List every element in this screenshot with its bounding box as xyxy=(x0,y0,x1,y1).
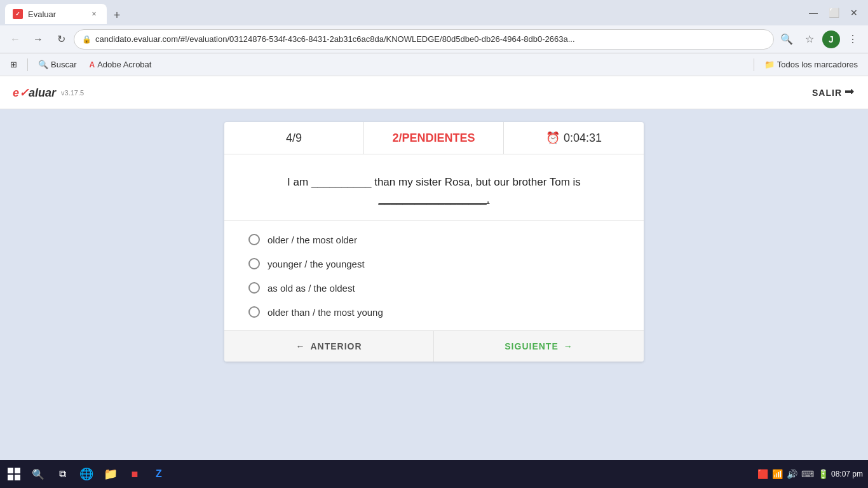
app-version: v3.17.5 xyxy=(61,89,84,97)
acrobat-label: Adobe Acrobat xyxy=(97,60,151,69)
network-icon[interactable]: 📶 xyxy=(772,469,783,479)
question-area: I am __________ than my sister Rosa, but… xyxy=(224,154,644,221)
new-tab-button[interactable]: + xyxy=(108,6,126,24)
bookmarks-bar: ⊞ 🔍 Buscar A Adobe Acrobat 📁 Todos los m… xyxy=(0,53,868,76)
radio-button-4[interactable] xyxy=(248,306,260,318)
tab-title: Evaluar xyxy=(28,10,84,19)
chrome-taskbar[interactable]: 🌐 xyxy=(75,463,98,485)
question-text: I am __________ than my sister Rosa, but… xyxy=(250,173,618,208)
quiz-progress-bar: 4/9 2/PENDIENTES ⏰ 0:04:31 xyxy=(224,122,644,154)
logo-check-icon: e✓ xyxy=(13,86,29,99)
tray-icon-1[interactable]: 🟥 xyxy=(757,469,768,479)
next-label: SIGUIENTE xyxy=(505,341,558,351)
radio-button-2[interactable] xyxy=(248,258,260,269)
logout-icon: ⮕ xyxy=(844,87,855,98)
radio-button-1[interactable] xyxy=(248,234,260,245)
zoom-icon: Z xyxy=(156,468,162,480)
all-bookmarks-label: Todos los marcadores xyxy=(777,60,858,69)
previous-button[interactable]: ← ANTERIOR xyxy=(224,331,434,362)
keyboard-icon[interactable]: ⌨ xyxy=(801,469,814,479)
folder-taskbar[interactable]: 📁 xyxy=(99,463,122,485)
nav-actions: 🔍 ☆ J ⋮ xyxy=(776,29,863,50)
acrobat-bookmark[interactable]: A Adobe Acrobat xyxy=(84,57,156,72)
tab-close-btn[interactable]: × xyxy=(89,9,99,19)
search-button[interactable]: 🔍 xyxy=(776,29,797,50)
acrobat-icon: A xyxy=(89,60,95,69)
back-button[interactable]: ← xyxy=(5,29,25,50)
timer-value: 0:04:31 xyxy=(564,132,602,145)
red-app-taskbar[interactable]: ■ xyxy=(123,463,146,485)
quiz-container: 4/9 2/PENDIENTES ⏰ 0:04:31 I am ________… xyxy=(224,122,644,362)
bookmark-button[interactable]: ☆ xyxy=(799,29,820,50)
clock-time: 08:07 pm xyxy=(831,469,863,480)
question-counter: 4/9 xyxy=(224,122,364,154)
tab-bar: ✓ Evaluar × + xyxy=(5,1,126,24)
address-bar[interactable]: 🔒 candidato.evaluar.com/#!/evaluation/03… xyxy=(74,29,774,50)
start-button[interactable] xyxy=(3,463,25,485)
task-view-icon: ⧉ xyxy=(59,468,66,480)
pending-label: 2/PENDIENTES xyxy=(392,132,475,145)
salir-button[interactable]: SALIR ⮕ xyxy=(812,87,855,98)
main-content: 4/9 2/PENDIENTES ⏰ 0:04:31 I am ________… xyxy=(0,109,868,460)
logo-brand: aluar xyxy=(29,86,56,99)
task-view-btn[interactable]: ⧉ xyxy=(51,463,74,485)
taskbar-tray: 🟥 📶 🔊 ⌨ 🔋 08:07 pm xyxy=(757,469,865,480)
left-arrow-icon: ← xyxy=(295,341,305,351)
radio-button-3[interactable] xyxy=(248,282,260,294)
zoom-taskbar[interactable]: Z xyxy=(147,463,170,485)
option-3[interactable]: as old as / the oldest xyxy=(243,276,625,300)
logo-text: e✓aluar xyxy=(13,86,56,100)
refresh-button[interactable]: ↻ xyxy=(51,29,71,50)
search-taskbar-icon: 🔍 xyxy=(32,468,44,480)
close-button[interactable]: ✕ xyxy=(845,4,863,22)
browser-title-bar: ✓ Evaluar × + — ⬜ ✕ xyxy=(0,0,868,25)
forward-button[interactable]: → xyxy=(28,29,48,50)
question-line2: __________________. xyxy=(250,191,618,208)
options-area: older / the most older younger / the you… xyxy=(224,221,644,331)
bookmark-separator xyxy=(27,58,28,71)
maximize-button[interactable]: ⬜ xyxy=(825,4,843,22)
security-icon: 🔒 xyxy=(82,35,92,44)
menu-button[interactable]: ⋮ xyxy=(843,29,863,50)
all-bookmarks[interactable]: 📁 Todos los marcadores xyxy=(759,57,863,72)
option-label-3: as old as / the oldest xyxy=(268,283,355,294)
battery-icon[interactable]: 🔋 xyxy=(818,469,829,479)
search-taskbar-btn[interactable]: 🔍 xyxy=(27,463,50,485)
url-text: candidato.evaluar.com/#!/evaluation/0312… xyxy=(95,34,766,44)
option-label-1: older / the most older xyxy=(268,234,357,245)
app-header: e✓aluar v3.17.5 SALIR ⮕ xyxy=(0,76,868,109)
system-clock[interactable]: 08:07 pm xyxy=(831,469,863,480)
red-app-icon: ■ xyxy=(132,468,139,481)
system-tray: 🟥 📶 🔊 ⌨ 🔋 xyxy=(757,469,829,479)
buscar-icon: 🔍 xyxy=(38,60,48,69)
salir-label: SALIR xyxy=(812,88,842,98)
quiz-navigation: ← ANTERIOR SIGUIENTE → xyxy=(224,331,644,362)
option-1[interactable]: older / the most older xyxy=(243,227,625,252)
pending-counter: 2/PENDIENTES xyxy=(364,122,504,154)
nav-bar: ← → ↻ 🔒 candidato.evaluar.com/#!/evaluat… xyxy=(0,25,868,53)
chrome-icon: 🌐 xyxy=(79,467,93,481)
minimize-button[interactable]: — xyxy=(804,4,822,22)
option-4[interactable]: older than / the most young xyxy=(243,300,625,324)
apps-icon: ⊞ xyxy=(10,60,17,69)
buscar-bookmark[interactable]: 🔍 Buscar xyxy=(33,57,81,72)
bookmarks-manager-item[interactable]: ⊞ xyxy=(5,57,22,72)
tab-favicon: ✓ xyxy=(13,9,23,19)
folder-taskbar-icon: 📁 xyxy=(104,467,118,481)
right-arrow-icon: → xyxy=(564,341,573,351)
volume-icon[interactable]: 🔊 xyxy=(787,469,797,479)
buscar-label: Buscar xyxy=(51,60,76,69)
option-label-2: younger / the youngest xyxy=(268,259,365,269)
option-2[interactable]: younger / the youngest xyxy=(243,252,625,276)
taskbar: 🔍 ⧉ 🌐 📁 ■ Z 🟥 📶 🔊 ⌨ 🔋 08:07 pm xyxy=(0,460,868,488)
option-label-4: older than / the most young xyxy=(268,307,383,318)
app-logo: e✓aluar v3.17.5 xyxy=(13,86,84,100)
active-tab[interactable]: ✓ Evaluar × xyxy=(5,4,107,24)
app-header-right: SALIR ⮕ xyxy=(812,87,855,98)
bookmark-separator-right xyxy=(754,58,754,71)
profile-avatar[interactable]: J xyxy=(822,30,840,48)
folder-icon: 📁 xyxy=(764,60,775,69)
next-button[interactable]: SIGUIENTE → xyxy=(434,331,644,362)
clock-icon: ⏰ xyxy=(546,131,560,145)
previous-label: ANTERIOR xyxy=(310,341,362,351)
